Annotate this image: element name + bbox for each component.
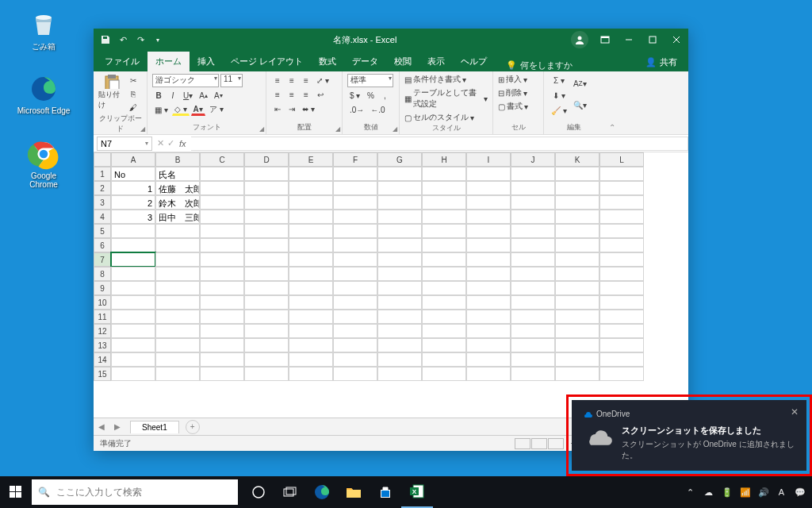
cell[interactable]	[599, 210, 644, 224]
cell[interactable]	[111, 352, 155, 367]
cell[interactable]	[289, 195, 333, 210]
cell[interactable]	[511, 167, 555, 181]
desktop-icon-edge[interactable]: Microsoft Edge	[16, 73, 71, 115]
cell[interactable]	[333, 367, 377, 381]
column-header[interactable]: K	[555, 152, 599, 167]
cell[interactable]	[111, 310, 155, 324]
cell[interactable]	[511, 252, 555, 267]
insert-cells-button[interactable]: ⊞ 挿入 ▾	[498, 74, 538, 85]
align-right-button[interactable]: ≡	[300, 88, 312, 101]
cell[interactable]	[377, 352, 422, 367]
bold-button[interactable]: B	[152, 89, 165, 102]
cell[interactable]	[599, 195, 644, 210]
close-icon[interactable]: ✕	[791, 406, 799, 418]
cell[interactable]	[466, 167, 511, 181]
cell[interactable]	[333, 167, 377, 181]
cell[interactable]	[422, 281, 466, 295]
cell[interactable]	[333, 324, 377, 338]
cell[interactable]	[555, 295, 599, 310]
cell[interactable]	[555, 181, 599, 195]
cortana-icon[interactable]	[243, 476, 274, 508]
menu-page-layout[interactable]: ページ レイアウト	[223, 52, 311, 71]
cut-button[interactable]: ✂	[127, 74, 140, 87]
autosum-button[interactable]: Σ ▾	[549, 74, 569, 87]
cell[interactable]	[333, 252, 377, 267]
cell[interactable]	[422, 238, 466, 252]
cell[interactable]	[111, 324, 155, 338]
cell[interactable]: 田中 三郎	[155, 210, 200, 224]
cell[interactable]	[377, 338, 422, 352]
font-size-select[interactable]: 11	[220, 74, 243, 87]
column-header[interactable]: A	[111, 152, 155, 167]
cell[interactable]	[333, 310, 377, 324]
cell[interactable]	[200, 224, 244, 238]
cell[interactable]	[200, 281, 244, 295]
cell[interactable]	[555, 338, 599, 352]
number-format-select[interactable]: 標準	[347, 74, 393, 87]
cell[interactable]	[111, 338, 155, 352]
cell[interactable]	[244, 195, 289, 210]
cell[interactable]	[511, 267, 555, 281]
cell[interactable]	[466, 352, 511, 367]
menu-data[interactable]: データ	[344, 52, 386, 71]
cell[interactable]	[511, 324, 555, 338]
taskbar-search[interactable]: 🔍 ここに入力して検索	[32, 479, 238, 505]
format-as-table-button[interactable]: ▦ テーブルとして書式設定 ▾	[404, 87, 488, 110]
cell[interactable]	[466, 252, 511, 267]
clear-button[interactable]: 🧹 ▾	[549, 104, 569, 117]
phonetic-button[interactable]: ア ▾	[207, 103, 226, 116]
taskbar-edge-icon[interactable]	[306, 476, 338, 508]
cell[interactable]	[333, 352, 377, 367]
paste-button[interactable]: 貼り付け	[98, 74, 125, 110]
cell[interactable]	[555, 352, 599, 367]
cell[interactable]	[155, 367, 200, 381]
cell[interactable]	[111, 281, 155, 295]
cell[interactable]	[377, 324, 422, 338]
add-sheet-button[interactable]: +	[186, 420, 200, 434]
ribbon-display-icon[interactable]	[593, 29, 617, 51]
increase-decimal-button[interactable]: .0→	[347, 103, 366, 116]
cell[interactable]	[289, 238, 333, 252]
align-top-button[interactable]: ≡	[271, 74, 284, 87]
cell[interactable]	[511, 238, 555, 252]
fx-icon[interactable]: fx	[179, 139, 186, 148]
orientation-button[interactable]: ⤢ ▾	[314, 74, 331, 87]
fill-color-button[interactable]: ◇ ▾	[172, 103, 190, 116]
row-header[interactable]: 15	[94, 367, 111, 381]
cell[interactable]	[244, 181, 289, 195]
cell[interactable]	[377, 210, 422, 224]
column-header[interactable]: C	[200, 152, 244, 167]
onedrive-notification[interactable]: ✕ OneDrive スクリーンショットを保存しました スクリーンショットが O…	[572, 400, 806, 471]
cell[interactable]	[599, 310, 644, 324]
percent-button[interactable]: %	[364, 89, 377, 102]
cell[interactable]	[333, 238, 377, 252]
delete-cells-button[interactable]: ⊟ 削除 ▾	[498, 87, 538, 98]
sort-filter-button[interactable]: AZ▾	[571, 74, 589, 93]
copy-button[interactable]: ⎘	[127, 87, 140, 100]
cell[interactable]	[111, 367, 155, 381]
formula-input[interactable]	[191, 137, 688, 151]
cell[interactable]	[422, 267, 466, 281]
onedrive-tray-icon[interactable]: ☁	[703, 487, 714, 498]
font-family-select[interactable]: 游ゴシック	[152, 74, 219, 87]
cell[interactable]	[555, 310, 599, 324]
cell[interactable]	[599, 267, 644, 281]
column-header[interactable]: D	[244, 152, 289, 167]
decrease-font-button[interactable]: A▾	[212, 89, 225, 102]
wrap-text-button[interactable]: ↩	[314, 88, 327, 101]
cell[interactable]	[244, 210, 289, 224]
cell[interactable]	[422, 352, 466, 367]
cell[interactable]	[466, 210, 511, 224]
font-color-button[interactable]: A ▾	[191, 103, 205, 116]
cell[interactable]	[244, 252, 289, 267]
cell[interactable]	[511, 224, 555, 238]
cell[interactable]	[422, 252, 466, 267]
cell[interactable]	[599, 181, 644, 195]
cell[interactable]	[200, 352, 244, 367]
cell[interactable]: 佐藤 太郎	[155, 181, 200, 195]
view-normal-button[interactable]	[515, 438, 530, 449]
cell[interactable]	[155, 295, 200, 310]
enter-formula-icon[interactable]: ✓	[167, 138, 174, 148]
column-header[interactable]: H	[422, 152, 466, 167]
taskbar-excel-icon[interactable]: X	[401, 476, 433, 508]
